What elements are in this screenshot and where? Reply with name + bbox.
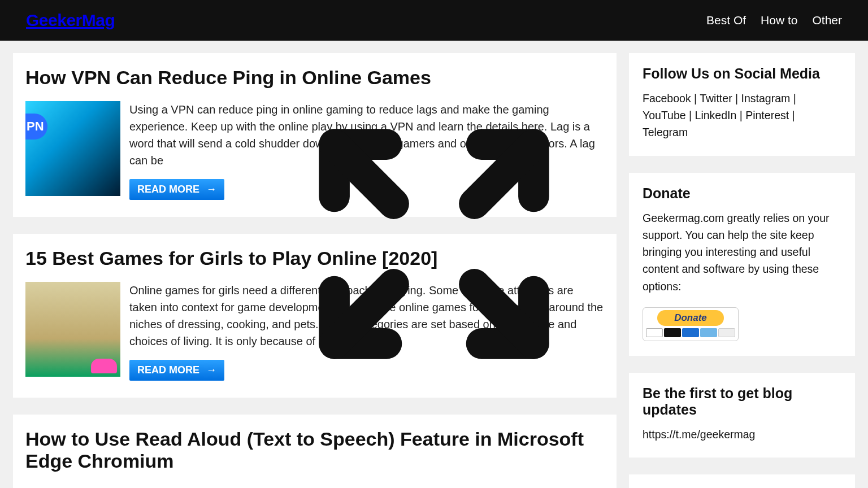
- social-linkedin[interactable]: LinkedIn: [695, 109, 737, 121]
- site-header: GeekerMag Best Of How to Other: [0, 0, 868, 41]
- donate-text: Geekermag.com greatly relies on your sup…: [643, 210, 841, 295]
- page-content: How VPN Can Reduce Ping in Online Games …: [0, 41, 868, 488]
- sidebar: Follow Us on Social Media Facebook | Twi…: [629, 53, 855, 488]
- read-more-label: READ MORE: [137, 364, 199, 376]
- article-title-link[interactable]: How to Use Read Aloud (Text to Speech) F…: [25, 428, 584, 472]
- trending-widget: #Trending Post#: [629, 474, 855, 488]
- social-youtube[interactable]: YouTube: [643, 109, 686, 121]
- nav-other[interactable]: Other: [812, 14, 842, 27]
- read-more-button[interactable]: READ MORE →: [129, 360, 224, 381]
- read-more-button[interactable]: READ MORE →: [129, 179, 224, 200]
- article-excerpt: Using a VPN can reduce ping in online ga…: [129, 101, 604, 169]
- donate-button-label: Donate: [657, 310, 724, 326]
- social-pinterest[interactable]: Pinterest: [745, 109, 789, 121]
- arrow-right-icon: →: [206, 364, 216, 376]
- social-instagram[interactable]: Instagram: [741, 92, 791, 104]
- article-title-link[interactable]: How VPN Can Reduce Ping in Online Games: [25, 67, 431, 88]
- article-card: 15 Best Games for Girls to Play Online […: [13, 234, 617, 398]
- brand-logo[interactable]: GeekerMag: [26, 11, 115, 30]
- social-links: Facebook | Twitter | Instagram | YouTube…: [643, 90, 841, 141]
- article-card: How VPN Can Reduce Ping in Online Games …: [13, 53, 617, 217]
- paypal-donate-button[interactable]: Donate: [643, 307, 739, 341]
- follow-heading: Follow Us on Social Media: [643, 66, 841, 82]
- payment-cards-icon: [643, 328, 738, 337]
- social-twitter[interactable]: Twitter: [700, 92, 732, 104]
- arrow-right-icon: →: [206, 184, 216, 195]
- article-title-link[interactable]: 15 Best Games for Girls to Play Online […: [25, 247, 437, 269]
- follow-widget: Follow Us on Social Media Facebook | Twi…: [629, 53, 855, 156]
- article-excerpt: Online games for girls need a different …: [129, 282, 604, 350]
- main-nav: Best Of How to Other: [706, 14, 842, 27]
- nav-how-to[interactable]: How to: [761, 14, 797, 27]
- donate-widget: Donate Geekermag.com greatly relies on y…: [629, 173, 855, 356]
- social-telegram[interactable]: Telegram: [643, 126, 688, 138]
- social-facebook[interactable]: Facebook: [643, 92, 691, 104]
- telegram-link[interactable]: https://t.me/geekermag: [643, 428, 755, 441]
- nav-best-of[interactable]: Best Of: [706, 14, 746, 27]
- updates-widget: Be the first to get blog updates https:/…: [629, 373, 855, 457]
- article-thumbnail[interactable]: [25, 101, 120, 196]
- updates-heading: Be the first to get blog updates: [643, 385, 841, 418]
- donate-heading: Donate: [643, 185, 841, 202]
- article-list: How VPN Can Reduce Ping in Online Games …: [13, 53, 617, 488]
- article-card: How to Use Read Aloud (Text to Speech) F…: [13, 415, 617, 488]
- article-thumbnail[interactable]: [25, 282, 120, 377]
- read-more-label: READ MORE: [137, 184, 199, 195]
